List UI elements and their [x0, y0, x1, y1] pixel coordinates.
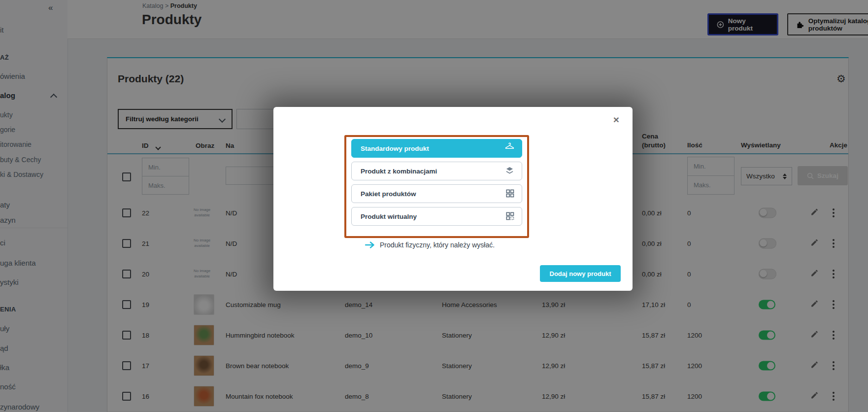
product-type-option[interactable]: Pakiet produktów [351, 184, 522, 203]
product-type-group-highlight: Standardowy produktProdukt z kombinacjam… [344, 135, 529, 238]
layers-icon [504, 165, 515, 177]
close-icon[interactable]: × [609, 113, 623, 127]
arrow-right-icon [365, 241, 375, 249]
product-type-label: Standardowy produkt [361, 145, 429, 152]
product-type-label: Pakiet produktów [361, 190, 416, 198]
new-product-modal: × Standardowy produktProdukt z kombinacj… [273, 107, 633, 291]
grid-virtual-icon [505, 211, 515, 222]
product-type-option[interactable]: Produkt z kombinacjami [351, 162, 522, 180]
product-type-note-text: Produkt fizyczny, który należy wysłać. [380, 241, 495, 249]
product-type-option[interactable]: Standardowy produkt [351, 139, 522, 158]
product-type-label: Produkt wirtualny [361, 213, 417, 220]
product-type-note: Produkt fizyczny, który należy wysłać. [365, 241, 495, 249]
grid-icon [505, 188, 515, 200]
product-type-label: Produkt z kombinacjami [361, 168, 437, 175]
add-new-product-button[interactable]: Dodaj nowy produkt [540, 265, 621, 282]
hanger-icon [504, 142, 515, 154]
product-type-option[interactable]: Produkt wirtualny [351, 207, 522, 226]
prestashop-products-page: « itAŻówieniaaloguktygorieitorowaniebuty… [0, 0, 868, 412]
